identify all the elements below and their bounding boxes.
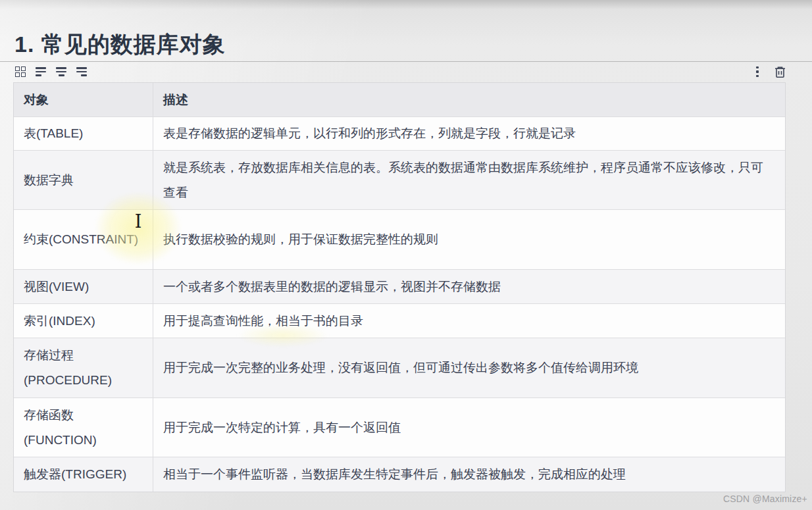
- table-row: 触发器(TRIGGER) 相当于一个事件监听器，当数据库发生特定事件后，触发器被…: [14, 457, 785, 492]
- object-cell[interactable]: 存储函数(FUNCTION): [14, 398, 153, 457]
- grid-icon[interactable]: [14, 65, 27, 78]
- object-cell[interactable]: 数据字典: [14, 151, 153, 209]
- column-header-object: 对象: [14, 83, 153, 116]
- description-cell[interactable]: 用于提高查询性能，相当于书的目录: [153, 304, 785, 338]
- kebab-menu-icon[interactable]: [751, 65, 764, 78]
- table-header-row: 对象 描述: [14, 83, 785, 116]
- align-left-icon[interactable]: [34, 65, 47, 78]
- description-cell[interactable]: 一个或者多个数据表里的数据的逻辑显示，视图并不存储数据: [153, 270, 785, 303]
- toolbar-left-group: [14, 65, 88, 78]
- watermark: CSDN @Maximize+: [723, 494, 807, 504]
- align-right-icon[interactable]: [75, 65, 88, 78]
- table-row: 存储函数(FUNCTION) 用于完成一次特定的计算，具有一个返回值: [14, 397, 785, 457]
- database-objects-table: 对象 描述 表(TABLE) 表是存储数据的逻辑单元，以行和列的形式存在，列就是…: [13, 82, 786, 492]
- table-row: 存储过程(PROCEDURE) 用于完成一次完整的业务处理，没有返回值，但可通过…: [14, 338, 785, 397]
- table-row: 约束(CONSTRAINT) 执行数据校验的规则，用于保证数据完整性的规则: [14, 209, 785, 269]
- trash-icon[interactable]: [773, 65, 786, 78]
- description-cell[interactable]: 表是存储数据的逻辑单元，以行和列的形式存在，列就是字段，行就是记录: [153, 117, 785, 150]
- description-cell[interactable]: 就是系统表，存放数据库相关信息的表。系统表的数据通常由数据库系统维护，程序员通常…: [153, 151, 785, 209]
- table-toolbar: [0, 62, 812, 82]
- column-header-description: 描述: [153, 83, 785, 116]
- description-cell[interactable]: 相当于一个事件监听器，当数据库发生特定事件后，触发器被触发，完成相应的处理: [153, 457, 785, 492]
- object-cell[interactable]: 约束(CONSTRAINT): [14, 210, 153, 269]
- description-cell[interactable]: 用于完成一次特定的计算，具有一个返回值: [153, 398, 785, 457]
- toolbar-right-group: [751, 62, 786, 82]
- table-row: 索引(INDEX) 用于提高查询性能，相当于书的目录: [14, 303, 785, 338]
- table-row: 视图(VIEW) 一个或者多个数据表里的数据的逻辑显示，视图并不存储数据: [14, 269, 785, 303]
- description-cell[interactable]: 用于完成一次完整的业务处理，没有返回值，但可通过传出参数将多个值传给调用环境: [153, 338, 785, 397]
- description-cell[interactable]: 执行数据校验的规则，用于保证数据完整性的规则: [153, 210, 785, 269]
- object-cell[interactable]: 存储过程(PROCEDURE): [14, 338, 153, 397]
- object-cell[interactable]: 索引(INDEX): [14, 304, 153, 338]
- table-row: 数据字典 就是系统表，存放数据库相关信息的表。系统表的数据通常由数据库系统维护，…: [14, 150, 785, 209]
- page-title: 1. 常见的数据库对象: [14, 30, 226, 60]
- object-cell[interactable]: 视图(VIEW): [14, 270, 153, 303]
- object-cell[interactable]: 表(TABLE): [14, 117, 153, 150]
- object-cell[interactable]: 触发器(TRIGGER): [14, 457, 153, 492]
- align-center-icon[interactable]: [55, 65, 68, 78]
- table-row: 表(TABLE) 表是存储数据的逻辑单元，以行和列的形式存在，列就是字段，行就是…: [14, 116, 785, 150]
